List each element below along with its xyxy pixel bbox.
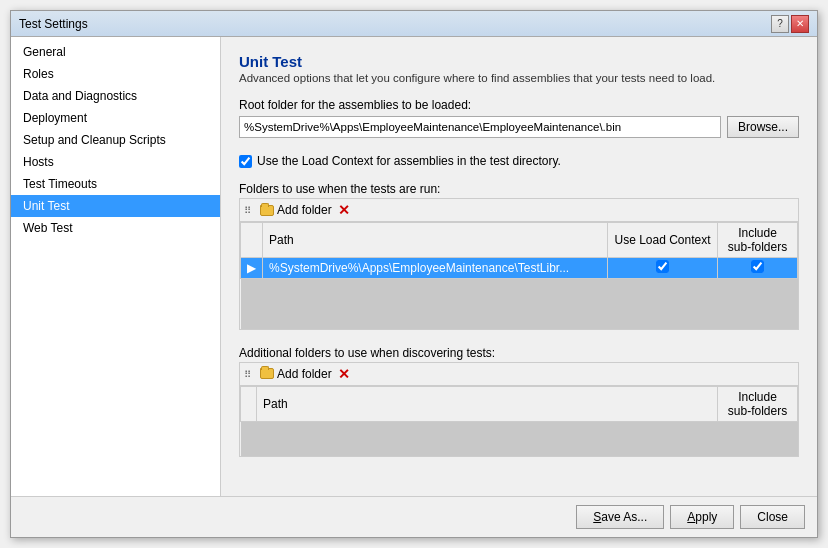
- additional-table-empty: [241, 421, 798, 456]
- additional-folders-toolbar: ⠿ Add folder ✕: [239, 362, 799, 385]
- apply-label: Apply: [687, 510, 717, 524]
- root-folder-label: Root folder for the assemblies to be loa…: [239, 98, 799, 112]
- sidebar-item-roles[interactable]: Roles: [11, 63, 220, 85]
- add-folder-button[interactable]: Add folder: [258, 202, 334, 218]
- col-include-subfolders-2: Includesub-folders: [718, 386, 798, 421]
- add-folder-label-2: Add folder: [277, 367, 332, 381]
- section-description: Advanced options that let you configure …: [239, 72, 799, 84]
- drag-handle-icon: ⠿: [244, 205, 254, 215]
- col-arrow-2: [241, 386, 257, 421]
- close-title-button[interactable]: ✕: [791, 15, 809, 33]
- sidebar-item-hosts[interactable]: Hosts: [11, 151, 220, 173]
- apply-button[interactable]: Apply: [670, 505, 734, 529]
- dialog-body: General Roles Data and Diagnostics Deplo…: [11, 37, 817, 496]
- empty-area: [241, 279, 798, 329]
- help-button[interactable]: ?: [771, 15, 789, 33]
- sidebar-item-setup-cleanup[interactable]: Setup and Cleanup Scripts: [11, 129, 220, 151]
- title-bar: Test Settings ? ✕: [11, 11, 817, 37]
- remove-folder-button[interactable]: ✕: [338, 202, 350, 218]
- add-folder-button-2[interactable]: Add folder: [258, 366, 334, 382]
- folders-toolbar: ⠿ Add folder ✕: [239, 198, 799, 221]
- dialog-title: Test Settings: [19, 17, 88, 31]
- root-folder-input[interactable]: [239, 116, 721, 138]
- sidebar-item-web-test[interactable]: Web Test: [11, 217, 220, 239]
- col-use-load-context: Use Load Context: [608, 223, 718, 258]
- row-use-load-context[interactable]: [608, 258, 718, 279]
- col-path: Path: [263, 223, 608, 258]
- use-load-context-check[interactable]: [656, 260, 669, 273]
- additional-folders-table: Path Includesub-folders: [239, 385, 799, 458]
- additional-empty-area: [241, 421, 798, 456]
- remove-folder-button-2[interactable]: ✕: [338, 366, 350, 382]
- save-as-label: Save As...: [593, 510, 647, 524]
- close-label: Close: [757, 510, 788, 524]
- load-context-checkbox-row: Use the Load Context for assemblies in t…: [239, 154, 799, 168]
- sidebar-item-general[interactable]: General: [11, 41, 220, 63]
- sidebar-item-unit-test[interactable]: Unit Test: [11, 195, 220, 217]
- additional-folders-label: Additional folders to use when discoveri…: [239, 346, 799, 360]
- section-title: Unit Test: [239, 53, 799, 70]
- col-arrow: [241, 223, 263, 258]
- folders-run-label: Folders to use when the tests are run:: [239, 182, 799, 196]
- root-folder-row: Browse...: [239, 116, 799, 138]
- close-button[interactable]: Close: [740, 505, 805, 529]
- folder-icon: [260, 205, 274, 216]
- sidebar: General Roles Data and Diagnostics Deplo…: [11, 37, 221, 496]
- save-as-button[interactable]: Save As...: [576, 505, 664, 529]
- dialog-footer: Save As... Apply Close: [11, 496, 817, 537]
- row-include-subfolders[interactable]: [718, 258, 798, 279]
- browse-button[interactable]: Browse...: [727, 116, 799, 138]
- include-subfolders-check[interactable]: [751, 260, 764, 273]
- table-row[interactable]: ▶ %SystemDrive%\Apps\EmployeeMaintenance…: [241, 258, 798, 279]
- sidebar-item-test-timeouts[interactable]: Test Timeouts: [11, 173, 220, 195]
- title-bar-buttons: ? ✕: [771, 15, 809, 33]
- col-include-subfolders: Includesub-folders: [718, 223, 798, 258]
- test-settings-dialog: Test Settings ? ✕ General Roles Data and…: [10, 10, 818, 538]
- row-path: %SystemDrive%\Apps\EmployeeMaintenance\T…: [263, 258, 608, 279]
- load-context-checkbox[interactable]: [239, 155, 252, 168]
- folders-run-table: Path Use Load Context Includesub-folders…: [239, 221, 799, 330]
- sidebar-item-deployment[interactable]: Deployment: [11, 107, 220, 129]
- additional-folders-grid: Path Includesub-folders: [240, 386, 798, 457]
- table-empty-row: [241, 279, 798, 329]
- load-context-label: Use the Load Context for assemblies in t…: [257, 154, 561, 168]
- row-arrow: ▶: [241, 258, 263, 279]
- folders-run-grid: Path Use Load Context Includesub-folders…: [240, 222, 798, 329]
- add-folder-label: Add folder: [277, 203, 332, 217]
- drag-handle-icon-2: ⠿: [244, 369, 254, 379]
- col-path-2: Path: [257, 386, 718, 421]
- sidebar-item-data-diagnostics[interactable]: Data and Diagnostics: [11, 85, 220, 107]
- folder-icon-2: [260, 368, 274, 379]
- main-content: Unit Test Advanced options that let you …: [221, 37, 817, 496]
